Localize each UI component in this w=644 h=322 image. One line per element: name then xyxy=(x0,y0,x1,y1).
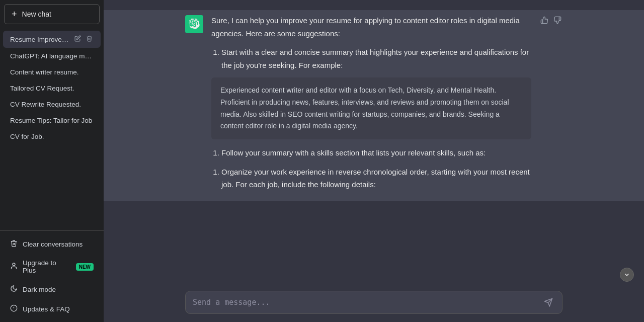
sidebar: + New chat Resume Improvement AChatGPT: … xyxy=(0,0,104,322)
dark-mode-icon xyxy=(10,285,18,294)
sidebar-item-resume-improvement[interactable]: Resume Improvement A xyxy=(3,31,101,48)
sidebar-item-chatgpt-ai[interactable]: ChatGPT: AI language model. xyxy=(3,48,101,64)
chat-input[interactable] xyxy=(193,296,542,308)
sidebar-bottom-clear[interactable]: Clear conversations xyxy=(3,234,101,254)
conv-item-label: CV Rewrite Requested. xyxy=(10,101,94,108)
input-area xyxy=(104,285,644,322)
updates-label: Updates & FAQ xyxy=(23,305,70,313)
thumbs-up-button[interactable] xyxy=(539,15,549,27)
main-content: Sure, I can help you improve your resume… xyxy=(104,0,644,322)
assistant-avatar xyxy=(185,15,203,33)
new-chat-label: New chat xyxy=(22,10,51,18)
sidebar-bottom-upgrade[interactable]: Upgrade to PlusNEW xyxy=(3,254,101,279)
clear-icon xyxy=(10,239,18,249)
feedback-icons xyxy=(539,14,562,27)
suggestion-1: Start with a clear and concise summary t… xyxy=(221,46,531,71)
upgrade-label: Upgrade to Plus xyxy=(23,259,71,274)
conv-item-label: CV for Job. xyxy=(10,133,94,140)
updates-icon xyxy=(10,304,18,313)
suggestions-list: Start with a clear and concise summary t… xyxy=(211,46,531,71)
conv-item-label: Tailored CV Request. xyxy=(10,85,94,92)
suggestion-2: Follow your summary with a skills sectio… xyxy=(221,146,531,159)
suggestion-3-list: Organize your work experience in reverse… xyxy=(211,166,531,191)
conv-item-label: Resume Tips: Tailor for Job xyxy=(10,117,94,124)
upgrade-icon xyxy=(10,262,18,271)
input-wrapper xyxy=(185,291,562,314)
delete-conv-button[interactable] xyxy=(85,35,94,44)
clear-label: Clear conversations xyxy=(23,240,83,248)
block-quote: Experienced content writer and editor wi… xyxy=(211,77,531,139)
dark-mode-label: Dark mode xyxy=(23,286,56,293)
sidebar-bottom: Clear conversationsUpgrade to PlusNEWDar… xyxy=(0,230,104,322)
sidebar-bottom-dark-mode[interactable]: Dark mode xyxy=(3,280,101,299)
send-button[interactable] xyxy=(542,297,555,308)
suggestion-2-list: Follow your summary with a skills sectio… xyxy=(211,146,531,159)
suggestion-3: Organize your work experience in reverse… xyxy=(221,166,531,191)
plus-icon: + xyxy=(12,10,17,19)
edit-conv-button[interactable] xyxy=(73,35,82,44)
sidebar-item-cv-for-job[interactable]: CV for Job. xyxy=(3,129,101,144)
assistant-intro-text: Sure, I can help you improve your resume… xyxy=(211,14,531,40)
sidebar-item-tailored-cv[interactable]: Tailored CV Request. xyxy=(3,80,101,96)
conv-item-label: ChatGPT: AI language model. xyxy=(10,52,94,60)
conv-item-actions xyxy=(73,35,94,44)
sidebar-item-cv-rewrite[interactable]: CV Rewrite Requested. xyxy=(3,97,101,112)
sidebar-item-resume-tips[interactable]: Resume Tips: Tailor for Job xyxy=(3,113,101,128)
svg-point-0 xyxy=(13,263,15,266)
assistant-message-content: Sure, I can help you improve your resume… xyxy=(211,14,531,197)
sidebar-bottom-updates[interactable]: Updates & FAQ xyxy=(3,299,101,318)
scroll-down-button[interactable] xyxy=(620,268,634,282)
new-chat-button[interactable]: + New chat xyxy=(4,4,100,24)
assistant-message-row: Sure, I can help you improve your resume… xyxy=(104,10,644,201)
new-badge: NEW xyxy=(76,263,94,271)
conversation-list: Resume Improvement AChatGPT: AI language… xyxy=(0,28,104,230)
conv-item-label: Content writer resume. xyxy=(10,68,94,76)
sidebar-item-content-writer[interactable]: Content writer resume. xyxy=(3,64,101,80)
conv-item-label: Resume Improvement A xyxy=(10,36,73,43)
chat-scroll[interactable]: Sure, I can help you improve your resume… xyxy=(104,0,644,285)
thumbs-down-button[interactable] xyxy=(552,15,562,27)
